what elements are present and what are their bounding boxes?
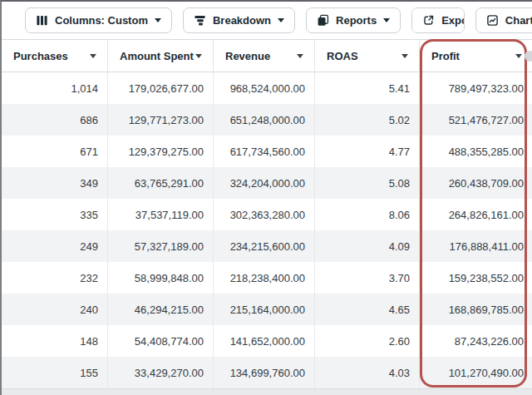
table-cell: 148 (2, 325, 108, 357)
sort-dropdown-icon[interactable] (401, 54, 408, 58)
table-cell: 324,204,000.00 (214, 167, 315, 199)
table-row: 671129,379,275.00617,734,560.004.77488,3… (2, 136, 532, 167)
table-body: 1,014179,026,677.00968,524,000.005.41789… (2, 72, 532, 388)
table-cell: 234,215,600.00 (214, 230, 315, 262)
header-cell-profit[interactable]: Profit (420, 40, 532, 72)
table-cell: 129,379,275.00 (108, 136, 214, 167)
table-row: 34963,765,291.00324,204,000.005.08260,43… (2, 167, 532, 199)
reports-button[interactable]: Reports (306, 7, 401, 33)
table-cell: 141,652,000.00 (214, 325, 315, 357)
sort-dropdown-icon[interactable] (297, 54, 303, 58)
table-row: 23258,999,848.00218,238,400.003.70159,23… (2, 262, 532, 294)
data-table: PurchasesAmount SpentRevenueROASProfit 1… (2, 39, 532, 388)
reports-icon (317, 14, 329, 27)
table-cell: 134,699,760.00 (214, 357, 315, 388)
table-cell: 789,497,323.00 (420, 72, 532, 104)
table-cell: 686 (2, 104, 108, 136)
chevron-down-icon (278, 18, 284, 22)
table-cell: 521,476,727.00 (420, 104, 532, 136)
columns-button[interactable]: Columns: Custom (25, 7, 172, 33)
table-cell: 335 (2, 199, 108, 230)
table-cell: 129,771,273.00 (108, 104, 214, 136)
breakdown-button[interactable]: Breakdown (183, 7, 295, 33)
table-cell: 302,363,280.00 (214, 199, 315, 230)
header-label: Revenue (225, 50, 270, 62)
sort-dropdown-icon[interactable] (90, 54, 96, 58)
reports-button-label: Reports (336, 14, 377, 27)
table-cell: 488,355,285.00 (420, 136, 532, 167)
table-row: 24957,327,189.00234,215,600.004.09176,88… (2, 230, 532, 262)
table-cell: 159,238,552.00 (420, 262, 532, 294)
chevron-down-icon (383, 18, 390, 22)
table-cell: 37,537,119.00 (108, 199, 214, 230)
table-cell: 218,238,400.00 (214, 262, 315, 294)
charts-icon (486, 14, 499, 27)
table-cell: 349 (2, 167, 108, 199)
export-split-button: Export (411, 7, 465, 33)
table-cell: 4.03 (315, 357, 420, 388)
table-row: 1,014179,026,677.00968,524,000.005.41789… (2, 72, 532, 104)
charts-button[interactable]: Charts (475, 7, 532, 33)
table-cell: 249 (2, 230, 108, 262)
table-cell: 4.65 (315, 294, 420, 325)
table-cell: 215,164,000.00 (214, 294, 315, 325)
table-cell: 33,429,270.00 (108, 357, 214, 388)
table-cell: 3.70 (315, 262, 420, 294)
table-row: 14854,408,774.00141,652,000.002.6087,243… (2, 325, 532, 357)
table-cell: 264,826,161.00 (420, 199, 532, 230)
sort-dropdown-icon[interactable] (195, 54, 202, 58)
table-cell: 671 (2, 136, 108, 167)
breakdown-button-label: Breakdown (213, 14, 271, 27)
header-label: Amount Spent (120, 50, 194, 62)
toolbar: Columns: Custom Breakdown Reports (2, 2, 532, 39)
columns-button-label: Columns: Custom (55, 14, 148, 27)
table-cell: 155 (2, 357, 108, 388)
header-cell-purchases[interactable]: Purchases (2, 40, 108, 72)
table-footer-strip (2, 388, 532, 395)
table-cell: 5.02 (315, 104, 420, 136)
table-cell: 8.06 (315, 199, 420, 230)
table-cell: 176,888,411.00 (420, 230, 532, 262)
table-cell: 101,270,490.00 (420, 357, 532, 388)
table-cell: 232 (2, 262, 108, 294)
table-cell: 87,243,226.00 (420, 325, 532, 357)
header-label: Purchases (13, 50, 68, 62)
table-cell: 54,408,774.00 (108, 325, 214, 357)
table-row: 15533,429,270.00134,699,760.004.03101,27… (2, 357, 532, 388)
table-cell: 179,026,677.00 (108, 72, 214, 104)
table-row: 24046,294,215.00215,164,000.004.65168,86… (2, 294, 532, 325)
table-cell: 4.77 (315, 136, 420, 167)
edge-circle-decoration (525, 51, 532, 62)
table-cell: 5.41 (315, 72, 420, 104)
chevron-down-icon (155, 18, 161, 22)
table-cell: 57,327,189.00 (108, 230, 214, 262)
table-cell: 651,248,000.00 (214, 104, 315, 136)
header-cell-amount-spent[interactable]: Amount Spent (108, 40, 214, 72)
header-label: Profit (431, 50, 460, 62)
breakdown-icon (194, 14, 206, 27)
export-button[interactable]: Export (412, 8, 465, 32)
table-cell: 617,734,560.00 (214, 136, 315, 167)
header-label: ROAS (327, 50, 358, 62)
table-cell: 58,999,848.00 (108, 262, 214, 294)
table-cell: 240 (2, 294, 108, 325)
table-cell: 260,438,709.00 (420, 167, 532, 199)
export-icon (422, 14, 435, 27)
table-cell: 5.08 (315, 167, 420, 199)
ads-manager-screen: Columns: Custom Breakdown Reports (0, 0, 532, 395)
header-cell-revenue[interactable]: Revenue (214, 40, 315, 72)
table-header-row: PurchasesAmount SpentRevenueROASProfit (2, 39, 532, 72)
charts-button-label: Charts (505, 14, 532, 27)
table-cell: 168,869,785.00 (420, 294, 532, 325)
table-cell: 46,294,215.00 (108, 294, 214, 325)
columns-icon (36, 14, 48, 27)
sort-dropdown-icon[interactable] (515, 54, 522, 58)
table-cell: 968,524,000.00 (214, 72, 315, 104)
table-row: 686129,771,273.00651,248,000.005.02521,4… (2, 104, 532, 136)
table-cell: 2.60 (315, 325, 420, 357)
table-cell: 4.09 (315, 230, 420, 262)
header-cell-roas[interactable]: ROAS (315, 40, 420, 72)
export-button-label: Export (441, 14, 465, 27)
table-row: 33537,537,119.00302,363,280.008.06264,82… (2, 199, 532, 230)
table-cell: 1,014 (2, 72, 108, 104)
